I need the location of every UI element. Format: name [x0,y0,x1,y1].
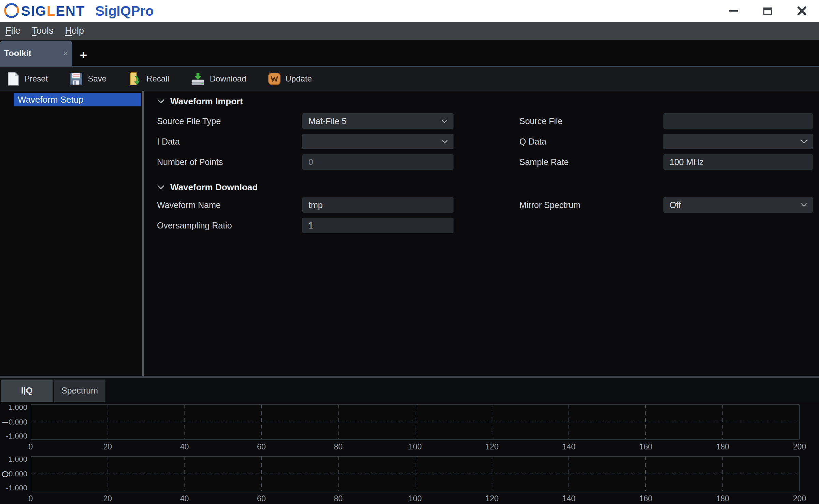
menu-help[interactable]: Help [65,26,84,36]
mirror-spectrum-select[interactable]: Off [663,197,813,213]
folder-green-arrow-icon [128,72,142,86]
tab-toolkit[interactable]: Toolkit × [0,41,72,66]
save-label: Save [88,74,106,84]
menu-bar: File Tools Help [0,22,819,40]
number-of-points-value: 0 [308,157,313,167]
chart-plot-area [31,404,800,440]
sample-rate-label: Sample Rate [519,157,663,167]
chevron-down-icon [441,139,448,144]
recall-label: Recall [146,74,169,84]
update-button[interactable]: Update [268,72,312,86]
chart-plot-area [31,456,800,491]
sidebar: Waveform Setup [0,91,142,376]
q-data-label: Q Data [519,137,663,147]
sample-rate-input[interactable]: 100 MHz [663,154,813,170]
app-window: SIGLENT SigIQPro File Tools Help Toolkit… [0,0,819,504]
waveform-name-value: tmp [308,200,323,210]
preset-button[interactable]: Preset [7,72,48,86]
number-of-points-input: 0 [302,154,454,170]
chart-x-tick-labels: 020406080100120140160180200 [0,494,819,504]
waveform-name-input[interactable]: tmp [302,197,454,213]
source-file-type-label: Source File Type [157,116,302,126]
preset-label: Preset [24,74,48,84]
menu-tools[interactable]: Tools [32,26,54,36]
download-button[interactable]: Download [190,72,246,86]
waveform-name-label: Waveform Name [157,200,302,210]
q-waveform-chart: Q 1.0000.000-1.000 020406080100120140160… [0,454,819,504]
minimize-icon [729,10,738,12]
maximize-button[interactable] [751,0,785,22]
tab-toolkit-label: Toolkit [4,48,31,58]
chevron-down-icon [157,99,165,104]
download-label: Download [210,74,246,84]
q-data-select[interactable] [663,134,813,149]
mirror-spectrum-label: Mirror Spectrum [519,200,663,210]
section-waveform-import[interactable]: Waveform Import [157,96,819,106]
title-bar: SIGLENT SigIQPro [0,0,819,22]
section-waveform-download[interactable]: Waveform Download [157,182,819,192]
form-row: Number of Points 0 Sample Rate 100 MHz [157,154,819,170]
siglent-swirl-icon [3,2,20,20]
i-waveform-chart: I 1.0000.000-1.000 020406080100120140160… [0,402,819,454]
maximize-icon [763,8,772,15]
update-label: Update [286,74,312,84]
chevron-down-icon [441,119,448,123]
floppy-disk-icon [69,72,83,86]
toolbar: Preset Save Recall [0,66,819,91]
tab-iq[interactable]: I|Q [1,380,53,402]
window-controls [717,0,819,22]
chevron-down-icon [157,185,165,190]
oversampling-ratio-value: 1 [308,221,313,231]
form-row: Waveform Name tmp Mirror Spectrum Off [157,197,819,213]
section-title: Waveform Download [170,182,258,193]
source-file-label: Source File [519,116,663,126]
app-title: SigIQPro [95,3,154,19]
chart-x-tick-labels: 020406080100120140160180200 [0,442,819,452]
form-row: Oversampling Ratio 1 [157,218,819,233]
minimize-button[interactable] [717,0,751,22]
settings-panel: Waveform Import Source File Type Mat-Fil… [144,91,819,376]
section-title: Waveform Import [170,96,243,107]
drive-green-arrow-icon [190,72,205,86]
content-area: Waveform Setup Waveform Import Source Fi… [0,91,819,376]
chevron-down-icon [801,203,807,207]
sidebar-item-waveform-setup[interactable]: Waveform Setup [14,93,141,106]
source-file-type-select[interactable]: Mat-File 5 [302,113,454,129]
sample-rate-value: 100 MHz [670,157,704,167]
tab-spectrum[interactable]: Spectrum [54,380,105,402]
document-tab-bar: Toolkit × + [0,40,819,66]
blank-document-icon [7,72,20,86]
chart-tab-bar: I|Q Spectrum [0,378,819,402]
mirror-spectrum-value: Off [670,200,681,210]
oversampling-ratio-input[interactable]: 1 [302,218,454,233]
menu-file[interactable]: File [5,26,20,36]
orange-w-badge-icon [268,72,281,86]
oversampling-ratio-label: Oversampling Ratio [157,221,302,231]
source-file-type-value: Mat-File 5 [308,116,346,126]
recall-button[interactable]: Recall [128,72,169,86]
save-button[interactable]: Save [69,72,106,86]
close-icon [797,6,807,16]
number-of-points-label: Number of Points [157,157,302,167]
chevron-down-icon [801,139,807,144]
form-row: I Data Q Data [157,134,819,149]
source-file-input[interactable] [663,113,813,129]
i-data-label: I Data [157,137,302,147]
brand-logo-text: SIGLENT [21,3,85,19]
add-tab-button[interactable]: + [80,48,87,62]
form-row: Source File Type Mat-File 5 Source File [157,113,819,129]
tab-close-icon[interactable]: × [63,49,68,58]
close-button[interactable] [785,0,819,22]
i-data-select[interactable] [302,134,454,149]
